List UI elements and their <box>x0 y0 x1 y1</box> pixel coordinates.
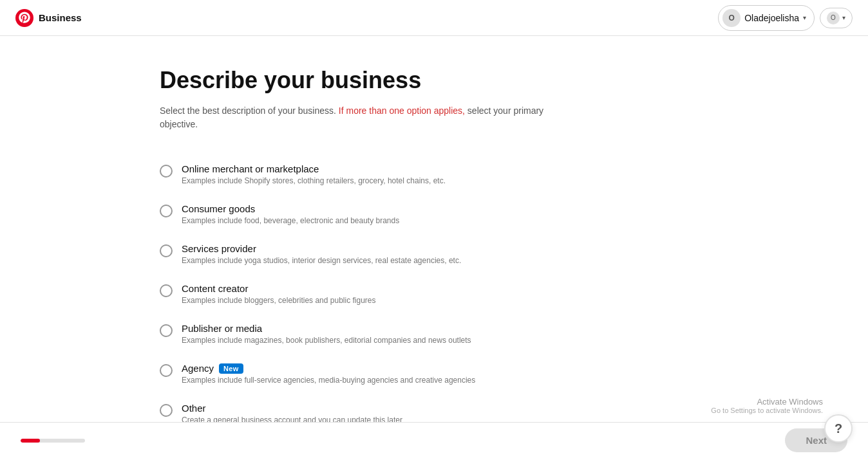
option-text-online-merchant: Online merchant or marketplaceExamples i… <box>182 163 446 185</box>
option-desc-services-provider: Examples include yoga studios, interior … <box>182 256 461 265</box>
option-text-services-provider: Services providerExamples include yoga s… <box>182 243 461 265</box>
option-desc-online-merchant: Examples include Shopify stores, clothin… <box>182 176 446 185</box>
option-title-row-publisher-media: Publisher or media <box>182 323 471 334</box>
option-desc-consumer-goods: Examples include food, beverage, electro… <box>182 216 399 225</box>
option-title-online-merchant: Online merchant or marketplace <box>182 163 319 174</box>
subtitle-normal: Select the best description of your busi… <box>160 105 336 116</box>
option-item-online-merchant[interactable]: Online merchant or marketplaceExamples i… <box>160 154 708 194</box>
option-text-publisher-media: Publisher or mediaExamples include magaz… <box>182 323 471 345</box>
radio-other[interactable] <box>160 404 173 417</box>
second-avatar: O <box>827 12 840 24</box>
option-desc-publisher-media: Examples include magazines, book publish… <box>182 336 471 345</box>
activate-windows-watermark: Activate Windows Go to Settings to activ… <box>711 397 823 414</box>
option-title-content-creator: Content creator <box>182 283 248 294</box>
user-name: Oladejoelisha <box>744 13 799 23</box>
option-item-services-provider[interactable]: Services providerExamples include yoga s… <box>160 234 708 274</box>
option-item-consumer-goods[interactable]: Consumer goodsExamples include food, bev… <box>160 194 708 234</box>
option-title-row-agency: AgencyNew <box>182 363 475 374</box>
progress-bar-fill <box>21 439 40 443</box>
option-text-agency: AgencyNewExamples include full-service a… <box>182 363 475 385</box>
progress-bar-track <box>21 439 85 443</box>
pinterest-logo-icon <box>15 9 33 27</box>
options-list: Online merchant or marketplaceExamples i… <box>160 154 708 434</box>
header-right: O Oladejoelisha ▾ O ▾ <box>718 5 853 31</box>
radio-content-creator[interactable] <box>160 284 173 297</box>
option-item-agency[interactable]: AgencyNewExamples include full-service a… <box>160 354 708 394</box>
chevron-down-icon: ▾ <box>803 14 806 21</box>
option-title-services-provider: Services provider <box>182 243 256 254</box>
page-subtitle: Select the best description of your busi… <box>160 104 546 131</box>
activate-windows-title: Activate Windows <box>711 397 823 407</box>
option-desc-agency: Examples include full-service agencies, … <box>182 376 475 385</box>
header: Business O Oladejoelisha ▾ O ▾ <box>0 0 868 36</box>
brand-label: Business <box>39 12 82 23</box>
radio-services-provider[interactable] <box>160 244 173 257</box>
option-title-consumer-goods: Consumer goods <box>182 203 255 214</box>
option-title-row-services-provider: Services provider <box>182 243 461 254</box>
radio-online-merchant[interactable] <box>160 165 173 178</box>
radio-agency[interactable] <box>160 364 173 377</box>
help-button[interactable]: ? <box>824 414 853 443</box>
option-text-content-creator: Content creatorExamples include bloggers… <box>182 283 376 305</box>
user-avatar: O <box>722 9 741 27</box>
activate-windows-subtitle: Go to Settings to activate Windows. <box>711 407 823 414</box>
option-title-row-consumer-goods: Consumer goods <box>182 203 399 214</box>
option-title-other: Other <box>182 403 206 414</box>
option-title-row-content-creator: Content creator <box>182 283 376 294</box>
main-content: Describe your business Select the best d… <box>144 36 724 458</box>
radio-consumer-goods[interactable] <box>160 205 173 217</box>
option-text-other: OtherCreate a general business account a… <box>182 403 402 425</box>
option-item-content-creator[interactable]: Content creatorExamples include bloggers… <box>160 274 708 314</box>
footer-bar: Next <box>0 422 868 458</box>
user-dropdown[interactable]: O Oladejoelisha ▾ <box>718 5 815 31</box>
page-title: Describe your business <box>160 67 708 94</box>
option-title-agency: Agency <box>182 363 214 374</box>
radio-publisher-media[interactable] <box>160 324 173 337</box>
option-title-row-other: Other <box>182 403 402 414</box>
subtitle-highlight: If more than one option applies, <box>336 105 465 116</box>
option-title-row-online-merchant: Online merchant or marketplace <box>182 163 446 174</box>
header-left: Business <box>15 9 82 27</box>
option-text-consumer-goods: Consumer goodsExamples include food, bev… <box>182 203 399 225</box>
progress-container <box>21 439 85 443</box>
option-desc-content-creator: Examples include bloggers, celebrities a… <box>182 296 376 305</box>
second-account-dropdown[interactable]: O ▾ <box>820 8 853 28</box>
option-title-publisher-media: Publisher or media <box>182 323 262 334</box>
new-badge-agency: New <box>219 363 243 374</box>
chevron-down-icon-2: ▾ <box>842 14 845 21</box>
option-item-publisher-media[interactable]: Publisher or mediaExamples include magaz… <box>160 314 708 354</box>
